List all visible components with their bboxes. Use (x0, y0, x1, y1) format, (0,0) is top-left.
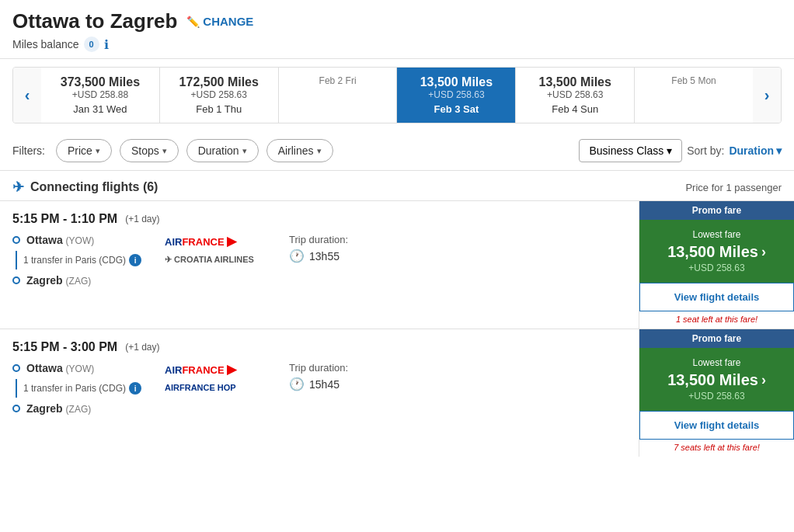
view-details-btn[interactable]: View flight details (639, 283, 794, 311)
section-header: ✈ Connecting flights (6) Price for 1 pas… (0, 170, 794, 200)
promo-bar: Promo fare (639, 329, 794, 348)
duration-value: 15h45 (309, 378, 340, 391)
seats-warning: 1 seat left at this fare! (639, 311, 794, 329)
fare-arrow-icon: › (761, 244, 766, 260)
flight-info: 5:15 PM - 1:10 PM (+1 day) Ottawa (YOW) … (0, 201, 639, 329)
origin-dot (12, 236, 20, 244)
date-cell-2[interactable]: Feb 2 Fri (279, 68, 398, 123)
fare-panel: Promo fare Lowest fare 13,500 Miles › +U… (639, 201, 794, 329)
chevron-down-icon: ▾ (242, 146, 247, 156)
route-line (16, 379, 17, 398)
chevron-down-icon: ▾ (317, 146, 322, 156)
fare-panel: Promo fare Lowest fare 13,500 Miles › +U… (639, 329, 794, 457)
flight-info: 5:15 PM - 3:00 PM (+1 day) Ottawa (YOW) … (0, 329, 639, 457)
route-line-container: 1 transfer in Paris (CDG) i (12, 251, 141, 269)
origin-point: Ottawa (YOW) (12, 362, 141, 374)
fare-main: Lowest fare 13,500 Miles › +USD 258.63 (639, 220, 794, 283)
time-range: 5:15 PM - 3:00 PM (12, 340, 117, 354)
dest-point: Zagreb (ZAG) (12, 402, 141, 415)
fare-main: Lowest fare 13,500 Miles › +USD 258.63 (639, 348, 794, 411)
duration-time: 🕐 13h55 (289, 249, 348, 263)
airlines-filter-btn[interactable]: Airlines ▾ (266, 139, 333, 162)
dest-city: Zagreb (ZAG) (26, 274, 91, 287)
sort-label: Sort by: (687, 144, 724, 157)
promo-bar: Promo fare (639, 201, 794, 220)
day-plus: (+1 day) (125, 342, 159, 353)
duration-column: Trip duration: 🕐 13h55 (289, 234, 348, 263)
seats-warning: 7 seats left at this fare! (639, 440, 794, 457)
route-line (16, 251, 17, 269)
page-title: Ottawa to Zagreb (12, 9, 177, 33)
dest-dot (12, 405, 20, 412)
view-details-btn[interactable]: View flight details (639, 411, 794, 440)
transfer-info-icon[interactable]: i (129, 382, 141, 395)
price-note: Price for 1 passenger (685, 182, 782, 193)
duration-label: Trip duration: (289, 234, 348, 245)
date-cell-5[interactable]: Feb 5 Mon (635, 68, 753, 123)
section-title: ✈ Connecting flights (6) (12, 179, 158, 196)
chevron-down-icon: ▾ (96, 146, 100, 156)
miles-value: 13,500 Miles (667, 243, 758, 261)
chevron-down-icon: ▾ (162, 146, 167, 156)
carousel-next[interactable]: › (753, 68, 781, 123)
day-plus: (+1 day) (125, 214, 159, 224)
duration-label: Trip duration: (289, 362, 348, 374)
airline2-logo: AIRFRANCE HOP (165, 383, 266, 392)
fare-lowest-label: Lowest fare (692, 229, 740, 240)
info-icon[interactable]: ℹ (104, 37, 109, 52)
price-filter-btn[interactable]: Price ▾ (56, 139, 112, 162)
class-selector[interactable]: Business Class ▾ (579, 139, 682, 162)
duration-time: 🕐 15h45 (289, 377, 348, 391)
carousel-prev[interactable]: ‹ (13, 68, 41, 123)
filters-label: Filters: (12, 144, 45, 157)
date-cell-0[interactable]: 373,500 Miles +USD 258.88 Jan 31 Wed (41, 68, 160, 123)
flight-card-0: 5:15 PM - 1:10 PM (+1 day) Ottawa (YOW) … (0, 200, 794, 329)
fare-lowest-label: Lowest fare (692, 357, 740, 368)
fare-usd: +USD 258.63 (688, 391, 744, 402)
transfer-info-icon[interactable]: i (129, 254, 141, 266)
change-label: CHANGE (203, 15, 253, 28)
flight-list: 5:15 PM - 1:10 PM (+1 day) Ottawa (YOW) … (0, 200, 794, 457)
transfer-info: 1 transfer in Paris (CDG) i (23, 254, 141, 266)
chevron-down-icon: ▾ (667, 144, 672, 157)
miles-balance-label: Miles balance (12, 38, 79, 50)
clock-icon: 🕐 (289, 249, 305, 263)
date-cell-1[interactable]: 172,500 Miles +USD 258.63 Feb 1 Thu (160, 68, 279, 123)
fare-miles: 13,500 Miles › (667, 243, 766, 261)
origin-city: Ottawa (YOW) (26, 234, 94, 246)
miles-balance-row: Miles balance 0 ℹ (12, 37, 782, 52)
duration-value: 13h55 (309, 250, 340, 263)
flight-card-1: 5:15 PM - 3:00 PM (+1 day) Ottawa (YOW) … (0, 329, 794, 457)
date-carousel-wrapper: ‹ 373,500 Miles +USD 258.88 Jan 31 Wed 1… (0, 67, 794, 123)
plane-icon: ✈ (12, 179, 24, 196)
origin-city: Ottawa (YOW) (26, 362, 94, 374)
dest-point: Zagreb (ZAG) (12, 274, 141, 287)
sort-value-btn[interactable]: Duration ▾ (729, 144, 782, 157)
origin-point: Ottawa (YOW) (12, 234, 141, 246)
clock-icon: 🕐 (289, 377, 305, 391)
date-cell-3[interactable]: 13,500 Miles +USD 258.63 Feb 3 Sat (397, 68, 516, 123)
duration-column: Trip duration: 🕐 15h45 (289, 362, 348, 391)
stops-filter-btn[interactable]: Stops ▾ (120, 139, 179, 162)
date-cells: 373,500 Miles +USD 258.88 Jan 31 Wed 172… (41, 68, 753, 123)
page-header: Ottawa to Zagreb ✏️ CHANGE Miles balance… (0, 0, 794, 59)
fare-miles: 13,500 Miles › (667, 371, 766, 389)
date-carousel: ‹ 373,500 Miles +USD 258.88 Jan 31 Wed 1… (12, 67, 782, 123)
transfer-info: 1 transfer in Paris (CDG) i (23, 382, 141, 395)
miles-value: 0 (84, 37, 99, 52)
date-cell-4[interactable]: 13,500 Miles +USD 258.63 Feb 4 Sun (516, 68, 635, 123)
time-range: 5:15 PM - 1:10 PM (12, 212, 117, 226)
airline2-logo: ✈ CROATIA AIRLINES (165, 255, 266, 265)
filters-bar: Filters: Price ▾ Stops ▾ Duration ▾ Airl… (0, 131, 794, 170)
airfrance-logo: AIRFRANCE ▶ (165, 234, 266, 249)
chevron-down-icon: ▾ (776, 144, 782, 157)
dest-city: Zagreb (ZAG) (26, 402, 91, 415)
airfrance-logo: AIRFRANCE ▶ (165, 362, 266, 377)
change-link[interactable]: ✏️ CHANGE (186, 15, 253, 28)
route-column: Ottawa (YOW) 1 transfer in Paris (CDG) i… (12, 234, 141, 287)
dest-dot (12, 276, 20, 284)
duration-filter-btn[interactable]: Duration ▾ (186, 139, 259, 162)
fare-arrow-icon: › (761, 372, 766, 388)
fare-usd: +USD 258.63 (688, 263, 744, 273)
edit-icon: ✏️ (186, 16, 200, 28)
